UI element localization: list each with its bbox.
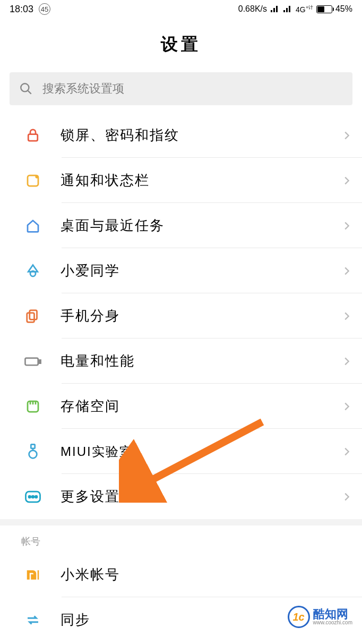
svg-rect-6: [30, 310, 37, 319]
item-label: 手机分身: [61, 307, 341, 325]
svg-line-1: [28, 91, 31, 94]
notification-icon: [23, 171, 42, 190]
section-header-account: 帐号: [0, 526, 362, 552]
svg-point-19: [32, 496, 34, 498]
item-lock[interactable]: 锁屏、密码和指纹: [0, 113, 362, 158]
item-label: 电量和性能: [61, 352, 341, 370]
search-bar[interactable]: [10, 72, 352, 105]
clone-icon: [23, 307, 42, 326]
chevron-right-icon: [341, 175, 352, 187]
svg-rect-2: [28, 134, 38, 141]
chevron-right-icon: [341, 491, 352, 503]
account-list: 小米帐号 同步: [0, 552, 362, 642]
chevron-right-icon: [341, 310, 352, 322]
item-label: 同步: [61, 611, 352, 629]
item-storage[interactable]: 存储空间: [0, 384, 362, 429]
lock-icon: [23, 126, 42, 145]
item-label: 桌面与最近任务: [61, 216, 341, 235]
item-label: MIUI实验室: [61, 443, 341, 460]
section-divider: [0, 519, 362, 526]
mi-logo-icon: [23, 565, 42, 584]
svg-point-14: [29, 450, 37, 458]
svg-point-20: [35, 496, 37, 498]
item-battery[interactable]: 电量和性能: [0, 338, 362, 384]
svg-rect-7: [27, 312, 35, 322]
battery-icon: [316, 5, 332, 13]
item-xiaoai[interactable]: 小爱同学: [0, 248, 362, 293]
lab-icon: [23, 442, 42, 461]
page-title: 设置: [0, 18, 362, 72]
item-lab[interactable]: MIUI实验室: [0, 429, 362, 474]
svg-point-4: [35, 175, 38, 178]
chevron-right-icon: [341, 401, 352, 412]
more-icon: [23, 487, 42, 506]
signal-icon: [270, 5, 280, 13]
status-bar: 18:03 45 0.68K/s 4G+计 45%: [0, 0, 362, 18]
item-clone[interactable]: 手机分身: [0, 293, 362, 338]
sync-icon: [23, 611, 42, 630]
signal-icon-2: [283, 5, 292, 13]
xiaoai-icon: [23, 261, 42, 281]
item-label: 存储空间: [61, 397, 341, 416]
item-label: 通知和状态栏: [61, 171, 341, 190]
item-label: 更多设置: [61, 487, 341, 506]
svg-rect-8: [25, 358, 38, 365]
item-desktop[interactable]: 桌面与最近任务: [0, 203, 362, 248]
search-icon: [19, 82, 33, 96]
item-notif[interactable]: 通知和状态栏: [0, 158, 362, 203]
chevron-right-icon: [341, 130, 352, 141]
svg-point-18: [29, 496, 31, 498]
svg-rect-15: [31, 444, 35, 448]
search-input[interactable]: [42, 82, 343, 96]
item-label: 小爱同学: [61, 261, 341, 280]
chevron-right-icon: [341, 265, 352, 277]
chevron-right-icon: [341, 220, 352, 232]
step-badge: 45: [39, 3, 50, 15]
status-time: 18:03: [10, 4, 33, 15]
battery-icon: [23, 352, 42, 371]
item-label: 小米帐号: [61, 565, 352, 584]
settings-list: 锁屏、密码和指纹 通知和状态栏 桌面与最近任务 小爱同学 手机分身: [0, 113, 362, 519]
chevron-right-icon: [341, 446, 352, 457]
item-label: 锁屏、密码和指纹: [61, 126, 341, 145]
item-sync[interactable]: 同步: [0, 597, 362, 642]
storage-icon: [23, 397, 42, 416]
net-speed: 0.68K/s: [238, 4, 267, 14]
svg-point-0: [21, 83, 29, 91]
net-type: 4G+计: [296, 4, 313, 14]
item-more[interactable]: 更多设置: [0, 474, 362, 519]
item-mi-account[interactable]: 小米帐号: [0, 552, 362, 597]
svg-rect-9: [39, 360, 41, 363]
chevron-right-icon: [341, 355, 352, 367]
home-icon: [23, 216, 42, 235]
battery-pct: 45%: [335, 4, 352, 14]
